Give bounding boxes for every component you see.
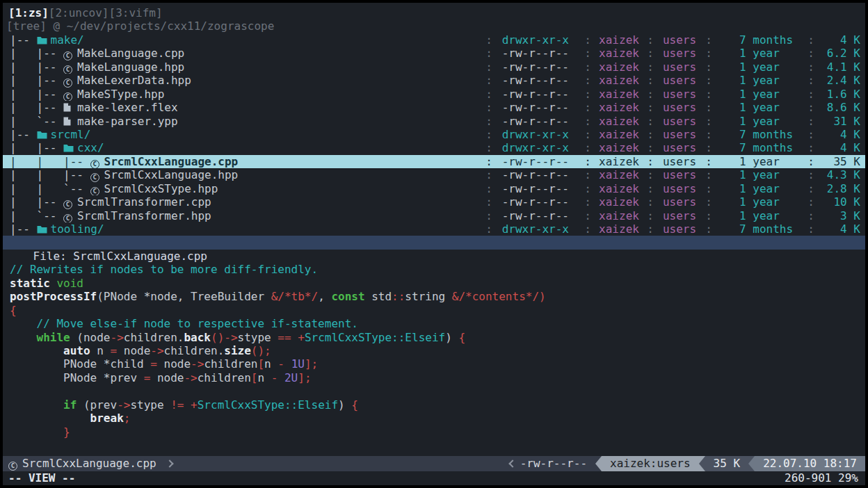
code-line: if (prev->stype != +SrcmlCxxSType::Elsei… — [10, 398, 865, 412]
tree-row-name-cell: |-- make/ — [10, 33, 479, 47]
tree-row[interactable]: | `-- CSrcmlTransformer.hpp:-rw-r--r--:x… — [3, 209, 865, 222]
file-permissions: drwxr-xr-x — [499, 222, 577, 236]
tree-row[interactable]: | `-- make-parser.ypp:-rw-r--r--:xaizek:… — [3, 115, 865, 128]
column-separator: : — [479, 101, 499, 114]
file-size: 4 K — [821, 128, 860, 141]
column-separator: : — [479, 182, 499, 195]
column-separator: : — [577, 128, 598, 141]
file-size: 4 K — [821, 33, 860, 47]
tree-row[interactable]: |-- tooling/:drwxr-xr-x:xaizek:users:7 m… — [3, 222, 865, 236]
tmux-window-zs[interactable]: [1:zs] — [8, 6, 49, 19]
file-size: 1.6 K — [821, 88, 860, 101]
tree-branch: | | |-- — [10, 155, 90, 168]
preview-pane[interactable]: // Rewrites if nodes to be more diff-fri… — [3, 250, 865, 456]
file-size: 2.8 K — [821, 182, 860, 195]
file-size: 2.4 K — [821, 74, 860, 87]
column-separator: : — [577, 74, 598, 87]
terminal-window: [1:zs][2:uncov][3:vifm] [tree] @ ~/dev/p… — [3, 3, 865, 485]
column-separator: : — [577, 47, 598, 60]
tree-row[interactable]: | | |-- CSrcmlCxxLanguage.hpp:-rw-r--r--… — [3, 168, 865, 181]
column-separator: : — [698, 222, 719, 236]
tree-branch: | |-- — [10, 60, 63, 74]
tree-row-name-cell: |-- tooling/ — [10, 222, 479, 236]
tree-row[interactable]: | |-- CMakeLexerData.hpp:-rw-r--r--:xaiz… — [3, 74, 865, 87]
tree-row[interactable]: | |-- CMakeLanguage.cpp:-rw-r--r--:xaize… — [3, 47, 865, 60]
file-mtime: 1 year — [719, 168, 801, 181]
column-separator: : — [479, 74, 499, 87]
file-tree[interactable]: |-- make/:drwxr-xr-x:xaizek:users:7 mont… — [3, 33, 865, 236]
column-separator: : — [640, 168, 661, 181]
file-size: 8.6 K — [821, 101, 860, 114]
file-owner: xaizek — [598, 47, 640, 60]
cpp-file-icon: C — [90, 155, 104, 168]
tree-row[interactable]: | |-- CSrcmlTransformer.cpp:-rw-r--r--:x… — [3, 195, 865, 209]
column-separator: : — [640, 33, 661, 47]
directory-name: srcml/ — [51, 128, 91, 141]
file-mtime: 7 months — [719, 33, 801, 47]
column-separator: : — [640, 115, 661, 128]
file-name: MakeLanguage.cpp — [77, 47, 184, 60]
statusbar-filename: SrcmlCxxLanguage.cpp — [22, 456, 156, 471]
column-separator: : — [577, 168, 598, 181]
column-separator: : — [577, 141, 598, 154]
tree-row-name-cell: | |-- CMakeLanguage.cpp — [10, 47, 479, 60]
code-line: // Move else-if node to respective if-st… — [10, 317, 865, 330]
folder-icon — [37, 33, 51, 47]
column-separator: : — [801, 222, 821, 236]
file-icon — [63, 115, 77, 128]
tree-row-name-cell: | | `-- CSrcmlCxxSType.hpp — [10, 182, 479, 195]
file-size: 4 K — [821, 141, 860, 154]
column-separator: : — [801, 88, 821, 101]
file-owner: xaizek — [598, 74, 640, 87]
column-separator: : — [640, 141, 661, 154]
column-separator: : — [698, 33, 719, 47]
file-permissions: drwxr-xr-x — [499, 128, 577, 141]
tree-row[interactable]: | | |-- CSrcmlCxxLanguage.cpp:-rw-r--r--… — [3, 155, 865, 168]
file-permissions: -rw-r--r-- — [499, 209, 577, 222]
file-group: users — [661, 141, 698, 154]
column-separator: : — [640, 222, 661, 236]
column-separator: : — [640, 47, 661, 60]
column-separator: : — [801, 155, 821, 168]
file-name: MakeSType.hpp — [77, 88, 164, 101]
file-group: users — [661, 128, 698, 141]
cpp-file-icon: C — [63, 74, 77, 87]
statusbar-owner-group: xaizek:users — [602, 456, 699, 471]
column-separator: : — [479, 209, 499, 222]
file-size: 6.2 K — [821, 47, 860, 60]
file-owner: xaizek — [598, 101, 640, 114]
tree-row[interactable]: | |-- CMakeLanguage.hpp:-rw-r--r--:xaize… — [3, 60, 865, 74]
file-group: users — [661, 74, 698, 87]
file-size: 3 K — [821, 209, 860, 222]
statusbar-size: 35 K — [705, 456, 749, 471]
tree-row[interactable]: | |-- cxx/:drwxr-xr-x:xaizek:users:7 mon… — [3, 141, 865, 154]
column-separator: : — [640, 182, 661, 195]
tree-branch: |-- — [10, 222, 37, 236]
tree-row[interactable]: |-- srcml/:drwxr-xr-x:xaizek:users:7 mon… — [3, 128, 865, 141]
column-separator: : — [479, 141, 499, 154]
tmux-window-uncov[interactable]: [2:uncov] — [49, 6, 109, 19]
file-owner: xaizek — [598, 60, 640, 74]
column-separator: : — [577, 101, 598, 114]
statusbar-mtime: 22.07.10 18:17 — [755, 456, 865, 471]
tree-row[interactable]: | |-- CMakeSType.hpp:-rw-r--r--:xaizek:u… — [3, 88, 865, 101]
code-line: auto n = node->children.size(); — [10, 344, 865, 357]
file-permissions: drwxr-xr-x — [499, 141, 577, 154]
column-separator: : — [801, 128, 821, 141]
file-owner: xaizek — [598, 128, 640, 141]
column-separator: : — [801, 33, 821, 47]
file-name: SrcmlCxxLanguage.hpp — [104, 168, 239, 181]
file-mtime: 1 year — [719, 101, 801, 114]
file-group: users — [661, 182, 698, 195]
preview-file-header: File: SrcmlCxxLanguage.cpp — [3, 236, 865, 249]
tree-row[interactable]: | | `-- CSrcmlCxxSType.hpp:-rw-r--r--:xa… — [3, 182, 865, 195]
tmux-window-vifm[interactable]: [3:vifm] — [109, 6, 163, 19]
code-line: } — [10, 425, 865, 439]
tree-row[interactable]: |-- make/:drwxr-xr-x:xaizek:users:7 mont… — [3, 33, 865, 47]
tree-branch: | |-- — [10, 141, 63, 154]
column-separator: : — [801, 168, 821, 181]
file-permissions: -rw-r--r-- — [499, 155, 577, 168]
tree-row[interactable]: | |-- make-lexer.flex:-rw-r--r--:xaizek:… — [3, 101, 865, 114]
tree-branch: | `-- — [10, 115, 63, 128]
column-separator: : — [640, 209, 661, 222]
